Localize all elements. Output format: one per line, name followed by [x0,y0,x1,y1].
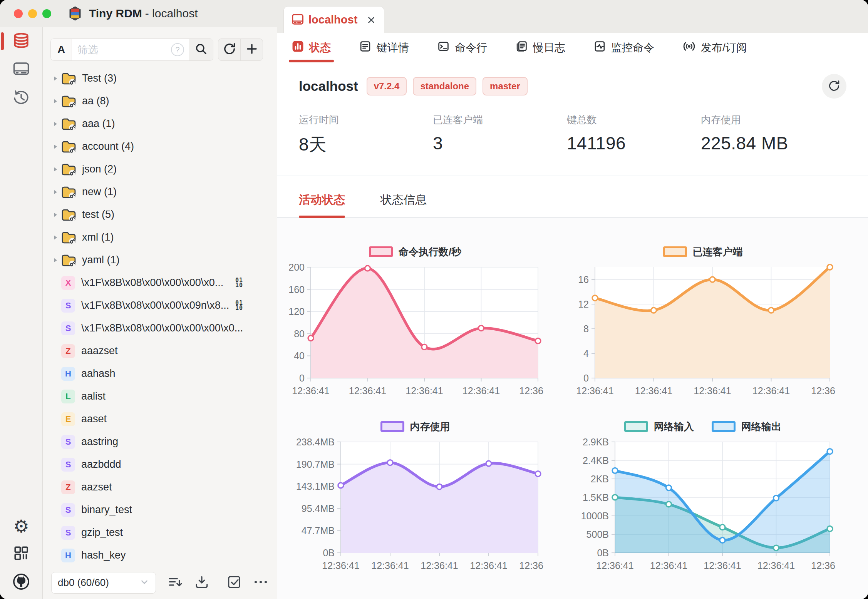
more-actions-button[interactable] [253,579,268,586]
connection-tab[interactable]: localhost [283,6,384,33]
svg-text:12:36:41: 12:36:41 [371,560,409,571]
tree-key-row[interactable]: S\x1F\x8B\x08\x00\x00\x00\x00\x0... [43,317,277,340]
svg-text:12:36:41: 12:36:41 [694,385,731,396]
minimize-window-button[interactable] [28,9,37,18]
caret-right-icon[interactable] [51,256,61,264]
tree-key-row[interactable]: Eaaset [43,408,277,430]
key-name: aaset [81,413,107,425]
load-more-icon [168,575,183,591]
settings-icon[interactable]: ⚙ [13,517,29,535]
tree-folder-yaml[interactable]: yaml (1) [43,249,277,271]
legend-item[interactable]: 网络输出 [712,420,781,433]
filter-mode-button[interactable]: A [51,39,72,60]
rail-item-browser[interactable] [0,27,42,55]
stat-label: 内存使用 [701,113,835,127]
svg-text:12:36:41: 12:36:41 [752,385,790,396]
nav-tab-label: 键详情 [377,40,409,55]
svg-text:47.7MB: 47.7MB [302,525,335,536]
nav-tab-terminal[interactable]: 命令行 [437,33,487,62]
tree-key-row[interactable]: S\x1F\x8B\x08\x00\x00\x09n\x8...0110 [43,294,277,317]
svg-text:0: 0 [299,373,305,383]
tab-strip: localhost [277,0,868,33]
tree-folder-xml[interactable]: xml (1) [43,226,277,249]
tree-key-row[interactable]: Hhash_key [43,544,277,566]
search-icon [194,42,208,57]
status-icon [292,40,304,55]
rail-item-server[interactable] [0,55,42,84]
caret-right-icon[interactable] [51,211,61,219]
subtab-item[interactable]: 状态信息 [380,192,427,217]
svg-text:12:36:41: 12:36:41 [349,385,386,396]
nav-tab-key-detail[interactable]: 键详情 [359,33,409,62]
tree-key-row[interactable]: Laalist [43,385,277,408]
tree-key-row[interactable]: Saazbddd [43,453,277,476]
nav-tab-label: 命令行 [455,40,487,55]
grid-icon[interactable] [13,545,29,563]
nav-tab-monitor[interactable]: 监控命令 [594,33,654,62]
caret-right-icon[interactable] [51,75,61,82]
caret-right-icon[interactable] [51,120,61,128]
load-more-button[interactable] [168,575,183,591]
reload-keys-button[interactable] [218,39,240,60]
tree-folder-test[interactable]: test (5) [43,203,277,226]
svg-text:16: 16 [578,274,589,285]
db-select[interactable]: db0 (60/60) [51,572,156,594]
folder-label: xml (1) [82,231,114,243]
folder-key-icon [61,72,76,85]
tree-folder-json[interactable]: json (2) [43,158,277,181]
nav-tab-status[interactable]: 状态 [292,33,331,62]
tree-key-row[interactable]: Zaazset [43,476,277,499]
close-tab-icon[interactable] [366,15,376,25]
active-indicator [1,32,4,50]
tree-key-row[interactable]: Saastring [43,430,277,453]
key-type-badge: S [61,458,75,472]
rail-item-history[interactable] [0,84,42,112]
chart-legend: 内存使用 [286,417,544,437]
legend-item[interactable]: 命令执行数/秒 [369,245,461,259]
close-window-button[interactable] [14,9,23,18]
tree-folder-account[interactable]: account (4) [43,135,277,158]
add-key-button[interactable] [240,39,263,60]
load-all-button[interactable] [194,575,209,591]
tree-key-row[interactable]: X\x1F\x8B\x08\x00\x00\x00\x0...0110 [43,271,277,294]
chart-connected-clients: 已连客户端048121612:36:4112:36:4112:36:4112:3… [570,242,836,400]
nav-tab-slowlog[interactable]: 慢日志 [516,33,565,62]
caret-right-icon[interactable] [51,234,61,241]
server-badge: v7.2.4 [367,77,407,95]
tree-folder-new[interactable]: new (1) [43,181,277,203]
caret-right-icon[interactable] [51,143,61,151]
caret-right-icon[interactable] [51,97,61,105]
tree-folder-aaa[interactable]: aaa (1) [43,112,277,135]
legend-item[interactable]: 已连客户端 [663,245,743,259]
tree-key-row[interactable]: Haahash [43,362,277,385]
server-icon [13,62,30,78]
svg-text:2KB: 2KB [591,474,609,484]
tree-key-row[interactable]: Zaaazset [43,340,277,362]
filter-input[interactable] [72,39,171,60]
folder-label: yaml (1) [82,254,120,266]
search-button[interactable] [189,39,213,60]
checkbox-mode-button[interactable] [227,575,241,591]
legend-item[interactable]: 网络输入 [624,420,694,433]
stat-value: 8天 [299,133,433,157]
subtab-active[interactable]: 活动状态 [299,192,345,217]
stat-label: 键总数 [567,113,701,127]
svg-text:12:36:41: 12:36:41 [421,560,458,571]
tree-key-row[interactable]: Sbinary_test [43,499,277,521]
caret-right-icon[interactable] [51,188,61,196]
zoom-window-button[interactable] [42,9,51,18]
tree-key-row[interactable]: Sgzip_test [43,521,277,544]
filter-bar: A ? [50,38,263,61]
tree-folder-Test[interactable]: Test (3) [43,67,277,90]
refresh-status-button[interactable] [822,74,846,99]
svg-text:200: 200 [288,262,305,273]
legend-item[interactable]: 内存使用 [380,420,450,433]
github-icon[interactable] [12,573,30,592]
filter-input-group: A ? [50,38,213,61]
svg-text:12:36:41: 12:36:41 [635,385,672,396]
tree-folder-aa[interactable]: aa (8) [43,90,277,112]
main-panel: localhost 状态键详情命令行慢日志监控命令发布/订阅 localhost… [277,0,868,599]
svg-text:120: 120 [288,306,305,317]
caret-right-icon[interactable] [51,166,61,173]
nav-tab-pubsub[interactable]: 发布/订阅 [683,33,747,62]
